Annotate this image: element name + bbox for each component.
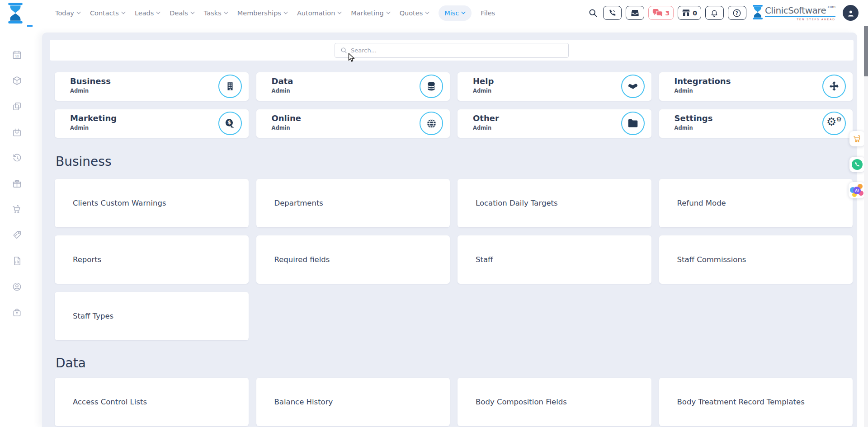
category-grid: Business Admin Data Admin Help Admin (55, 72, 853, 138)
chevron-down-icon (386, 11, 391, 14)
nav-item-misc-active[interactable]: Misc (439, 5, 472, 21)
sidebar-booking-icon[interactable] (12, 127, 22, 137)
inbox-button[interactable] (626, 6, 644, 20)
nav-item-marketing[interactable]: Marketing (351, 9, 390, 17)
svg-text:?: ? (736, 10, 738, 15)
category-card-integrations[interactable]: Integrations Admin (659, 72, 853, 101)
chevron-down-icon (337, 11, 342, 14)
item-card-refund-mode[interactable]: Refund Mode (659, 179, 853, 227)
category-card-business[interactable]: Business Admin (55, 72, 249, 101)
chat-button[interactable]: 3 (648, 6, 674, 20)
chevron-down-icon (121, 11, 126, 14)
sidebar-account-icon[interactable] (12, 282, 22, 292)
cart-icon (853, 134, 862, 143)
notifications-button[interactable] (705, 6, 724, 20)
main-nav: Today Contacts Leads Deals Tasks Members… (55, 0, 495, 26)
sidebar-cart-icon[interactable] (12, 204, 22, 215)
item-card-clients-custom-warnings[interactable]: Clients Custom Warnings (55, 179, 249, 227)
business-item-grid: Clients Custom Warnings Departments Loca… (55, 179, 853, 340)
search-input[interactable] (351, 47, 563, 54)
category-card-other[interactable]: Other Admin (458, 109, 651, 138)
store-button[interactable]: 0 (678, 6, 701, 20)
item-card-balance-history[interactable]: Balance History (256, 378, 450, 426)
header-toolbar: 3 0 ? (588, 0, 859, 26)
floating-ai-button[interactable]: AI (849, 182, 865, 198)
chevron-down-icon (224, 11, 228, 14)
whatsapp-icon (852, 159, 863, 170)
mouse-cursor (348, 53, 355, 63)
category-card-data[interactable]: Data Admin (256, 72, 450, 101)
search-row (50, 40, 854, 61)
nav-label: Leads (135, 9, 154, 17)
clinicsoftware-admin-page: Today Contacts Leads Deals Tasks Members… (0, 0, 868, 427)
person-icon (846, 9, 855, 18)
item-card-body-treatment-record-templates[interactable]: Body Treatment Record Templates (659, 378, 853, 426)
chevron-down-icon (156, 11, 160, 14)
gears-icon: ⚙⚙ (822, 112, 846, 135)
bell-icon (710, 9, 718, 17)
chevron-down-icon (283, 11, 288, 14)
sidebar-tag-icon[interactable] (12, 230, 22, 240)
nav-label: Files (481, 9, 495, 17)
chevron-down-icon (461, 11, 466, 14)
item-card-staff-types[interactable]: Staff Types (55, 292, 249, 340)
sidebar-case-icon[interactable] (12, 307, 22, 318)
chevron-down-icon (190, 11, 195, 14)
nav-item-leads[interactable]: Leads (135, 9, 160, 17)
vertical-scrollbar (864, 26, 868, 427)
item-card-access-control-lists[interactable]: Access Control Lists (55, 378, 249, 426)
phone-button[interactable] (603, 6, 622, 20)
sidebar-gift-icon[interactable] (12, 178, 22, 189)
chat-bubbles-icon (652, 9, 663, 17)
nav-item-tasks[interactable]: Tasks (204, 9, 228, 17)
hourglass-logo-small-icon (752, 5, 763, 19)
globe-icon (420, 112, 443, 135)
category-card-settings[interactable]: Settings Admin ⚙⚙ (659, 109, 853, 138)
help-button[interactable]: ? (728, 6, 746, 20)
search-icon[interactable] (588, 8, 598, 18)
item-card-location-daily-targets[interactable]: Location Daily Targets (458, 179, 651, 227)
item-card-staff[interactable]: Staff (458, 235, 651, 284)
scrollbar-thumb[interactable] (864, 26, 868, 76)
floating-whatsapp-button[interactable] (849, 157, 865, 172)
sidebar-copy-icon[interactable] (12, 101, 22, 112)
nav-item-quotes[interactable]: Quotes (400, 9, 430, 17)
item-card-body-composition-fields[interactable]: Body Composition Fields (458, 378, 651, 426)
item-card-staff-commissions[interactable]: Staff Commissions (659, 235, 853, 284)
sidebar-report-icon[interactable] (12, 256, 22, 266)
nav-label: Quotes (400, 9, 423, 17)
item-card-required-fields[interactable]: Required fields (256, 235, 450, 284)
ai-label: AI (853, 187, 861, 194)
nav-item-automation[interactable]: Automation (297, 9, 342, 17)
section-title-business: Business (56, 154, 857, 169)
nav-label: Misc (444, 9, 459, 17)
nav-item-files[interactable]: Files (481, 9, 495, 17)
nav-item-today[interactable]: Today (55, 9, 81, 17)
dollar-chat-icon: $ (218, 112, 242, 135)
sidebar-history-icon[interactable] (12, 153, 22, 163)
nav-item-contacts[interactable]: Contacts (90, 9, 126, 17)
section-title-data: Data (56, 356, 857, 371)
clinicsoftware-logo[interactable]: ClinicSoftware .com TEN STEPS AHEAD (752, 5, 835, 21)
category-card-online[interactable]: Online Admin (256, 109, 450, 138)
nav-label: Marketing (351, 9, 383, 17)
brand-name: ClinicSoftware (765, 5, 826, 16)
nav-item-memberships[interactable]: Memberships (237, 9, 288, 17)
category-card-marketing[interactable]: Marketing Admin $ (55, 109, 249, 138)
nav-label: Tasks (204, 9, 222, 17)
nav-label: Memberships (237, 9, 281, 17)
item-card-reports[interactable]: Reports (55, 235, 249, 284)
storefront-icon (682, 9, 690, 17)
floating-cart-button[interactable] (849, 131, 865, 146)
hourglass-logo-icon[interactable] (8, 3, 23, 23)
search-input-icon (340, 47, 347, 54)
search-box[interactable] (335, 43, 569, 58)
category-card-help[interactable]: Help Admin (458, 72, 651, 101)
sidebar-calendar-icon[interactable]: 12 (12, 50, 22, 60)
nav-item-deals[interactable]: Deals (170, 9, 195, 17)
building-icon (218, 75, 242, 98)
user-avatar[interactable] (843, 5, 859, 21)
item-card-departments[interactable]: Departments (256, 179, 450, 227)
inbox-icon (631, 9, 639, 17)
sidebar-package-icon[interactable] (12, 75, 22, 86)
